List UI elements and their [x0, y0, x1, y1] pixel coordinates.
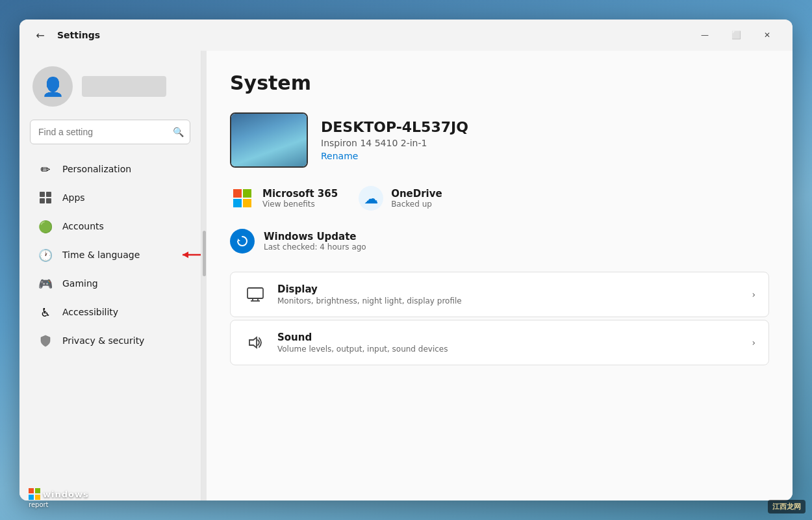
annotation-arrow [179, 247, 201, 263]
gaming-icon: 🎮 [38, 276, 53, 291]
device-thumbnail [230, 112, 308, 168]
sidebar-item-label: Privacy & security [62, 335, 144, 346]
update-title: Windows Update [264, 231, 366, 242]
device-image [231, 114, 307, 166]
sidebar-item-label: Personalization [62, 164, 131, 174]
settings-card-subtitle: Volume levels, output, input, sound devi… [277, 344, 741, 354]
svg-rect-2 [40, 198, 45, 203]
sidebar-item-label: Apps [62, 192, 85, 203]
svg-rect-3 [46, 198, 51, 203]
sidebar-item-time-language[interactable]: 🕐 Time & language [25, 240, 196, 269]
windows-text: windows [43, 489, 89, 499]
sound-icon [244, 331, 267, 354]
svg-rect-1 [46, 192, 51, 197]
quick-link-subtitle: View benefits [262, 200, 338, 209]
sidebar-item-label: Gaming [62, 278, 98, 289]
ms-logo-green [243, 189, 251, 198]
settings-card-display[interactable]: Display Monitors, brightness, night ligh… [230, 272, 769, 317]
onedrive-icon-wrap: ☁️ [359, 186, 383, 211]
report-text: report [29, 501, 49, 508]
ms-logo-yellow [243, 199, 251, 207]
maximize-button[interactable]: ⬜ [721, 25, 751, 46]
sidebar-scrollbar-thumb [203, 231, 206, 276]
profile-section[interactable]: 👤 [19, 61, 201, 120]
close-button[interactable]: ✕ [752, 25, 782, 46]
accessibility-icon: ♿ [38, 304, 53, 320]
quick-link-onedrive[interactable]: ☁️ OneDrive Backed up [359, 186, 442, 211]
accounts-icon: 🟢 [38, 218, 53, 234]
sidebar: 👤 🔍 ✏️ Personalization [19, 51, 201, 500]
svg-rect-0 [40, 192, 45, 197]
content-area: 👤 🔍 ✏️ Personalization [19, 51, 793, 500]
windows-update-section[interactable]: Windows Update Last checked: 4 hours ago [230, 229, 769, 254]
update-text: Windows Update Last checked: 4 hours ago [264, 231, 366, 252]
quick-link-text: Microsoft 365 View benefits [262, 188, 338, 209]
svg-marker-11 [249, 337, 257, 348]
sidebar-item-apps[interactable]: Apps [25, 183, 196, 212]
personalization-icon: ✏️ [38, 161, 53, 177]
quick-link-microsoft365[interactable]: Microsoft 365 View benefits [230, 186, 338, 211]
sidebar-nav: ✏️ Personalization Apps [19, 155, 201, 490]
update-subtitle: Last checked: 4 hours ago [264, 242, 366, 252]
quick-links: Microsoft 365 View benefits ☁️ OneDrive … [230, 186, 769, 211]
page-title: System [230, 72, 769, 94]
rename-link[interactable]: Rename [321, 151, 468, 161]
microsoft365-icon [230, 186, 255, 211]
person-icon: 👤 [42, 76, 64, 98]
settings-window: ← Settings — ⬜ ✕ 👤 🔍 [19, 20, 793, 500]
onedrive-icon: ☁️ [364, 190, 378, 207]
time-icon: 🕐 [38, 247, 53, 263]
back-button[interactable]: ← [30, 25, 51, 46]
quick-link-title: OneDrive [391, 188, 442, 200]
apps-icon [38, 190, 53, 205]
sidebar-item-label: Accounts [62, 221, 104, 231]
svg-rect-7 [247, 288, 263, 298]
ms-logo-blue [233, 199, 242, 207]
watermark-logo: windows report [29, 488, 89, 508]
sidebar-item-privacy-security[interactable]: Privacy & security [25, 326, 196, 355]
sidebar-item-gaming[interactable]: 🎮 Gaming [25, 269, 196, 298]
quick-link-subtitle: Backed up [391, 200, 442, 209]
sidebar-item-accessibility[interactable]: ♿ Accessibility [25, 298, 196, 326]
quick-link-title: Microsoft 365 [262, 188, 338, 200]
settings-cards: Display Monitors, brightness, night ligh… [230, 272, 769, 365]
profile-name-placeholder [82, 76, 166, 97]
search-icon: 🔍 [173, 127, 184, 137]
sidebar-item-label: Accessibility [62, 307, 118, 317]
settings-card-title: Sound [277, 332, 741, 343]
settings-card-title: Display [277, 283, 741, 295]
window-title: Settings [57, 30, 100, 40]
settings-card-sound[interactable]: Sound Volume levels, output, input, soun… [230, 320, 769, 365]
quick-link-text: OneDrive Backed up [391, 188, 442, 209]
svg-marker-5 [183, 252, 188, 258]
main-panel: System DESKTOP-4L537JQ Inspiron 14 5410 … [207, 51, 793, 500]
device-card: DESKTOP-4L537JQ Inspiron 14 5410 2-in-1 … [230, 112, 769, 168]
device-model: Inspiron 14 5410 2-in-1 [321, 138, 468, 148]
shield-icon [38, 333, 53, 348]
chevron-right-icon: › [752, 337, 755, 348]
settings-card-subtitle: Monitors, brightness, night light, displ… [277, 296, 741, 306]
settings-card-text: Sound Volume levels, output, input, soun… [277, 332, 741, 354]
window-controls: — ⬜ ✕ [690, 25, 782, 46]
watermark-text: 江西龙网 [768, 500, 806, 514]
device-name: DESKTOP-4L537JQ [321, 119, 468, 135]
search-box: 🔍 [30, 120, 190, 144]
search-input[interactable] [30, 120, 190, 144]
sidebar-item-label: Time & language [62, 250, 140, 260]
windows-logo-icon [29, 488, 40, 500]
display-icon [244, 283, 267, 306]
sidebar-item-personalization[interactable]: ✏️ Personalization [25, 155, 196, 183]
avatar: 👤 [32, 66, 73, 107]
chevron-right-icon: › [752, 289, 755, 300]
device-info: DESKTOP-4L537JQ Inspiron 14 5410 2-in-1 … [321, 119, 468, 161]
minimize-button[interactable]: — [690, 25, 720, 46]
ms-logo-red [233, 189, 242, 198]
sidebar-scrollbar-track[interactable] [201, 51, 207, 500]
svg-marker-6 [238, 239, 240, 241]
update-icon [230, 229, 255, 254]
titlebar: ← Settings — ⬜ ✕ [19, 20, 793, 51]
settings-card-text: Display Monitors, brightness, night ligh… [277, 283, 741, 306]
sidebar-item-accounts[interactable]: 🟢 Accounts [25, 212, 196, 240]
